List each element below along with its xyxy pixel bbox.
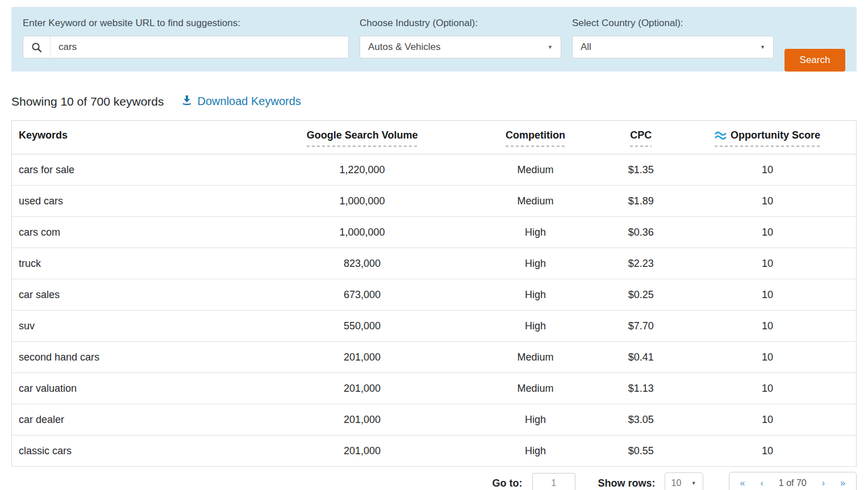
country-select-value: All xyxy=(581,41,591,53)
keywords-table: KeywordsGoogle Search VolumeCompetitionC… xyxy=(11,120,857,467)
competition-cell: Medium xyxy=(468,186,603,217)
keyword-cell[interactable]: cars for sale xyxy=(12,154,257,186)
download-keywords-link[interactable]: Download Keywords xyxy=(181,94,301,108)
show-rows-label: Show rows: xyxy=(598,478,656,489)
column-header-label: Google Search Volume xyxy=(307,128,418,147)
show-rows-value: 10 xyxy=(671,478,682,488)
search-panel: Enter Keyword or website URL to find sug… xyxy=(11,7,857,72)
column-header-label: Opportunity Score xyxy=(715,128,820,147)
competition-cell: High xyxy=(468,279,603,311)
chevron-down-icon: ▼ xyxy=(548,44,553,50)
table-row: car valuation201,000Medium$1.1310 xyxy=(12,373,857,404)
table-row: second hand cars201,000Medium$0.4110 xyxy=(12,342,857,373)
opportunity-score-cell: 10 xyxy=(679,279,856,311)
industry-label: Choose Industry (Optional): xyxy=(360,18,561,29)
table-header-row: KeywordsGoogle Search VolumeCompetitionC… xyxy=(12,121,857,154)
opportunity-score-cell: 10 xyxy=(679,435,856,467)
keyword-cell[interactable]: cars com xyxy=(12,217,257,248)
page-indicator: 1 of 70 xyxy=(779,478,807,488)
search-volume-cell: 201,000 xyxy=(257,373,468,404)
industry-select-value: Autos & Vehicles xyxy=(368,41,441,53)
keyword-cell[interactable]: car valuation xyxy=(12,373,257,404)
industry-field: Choose Industry (Optional): Autos & Vehi… xyxy=(360,18,561,72)
opportunity-score-cell: 10 xyxy=(679,217,856,248)
goto-label: Go to: xyxy=(493,478,523,489)
search-volume-cell: 823,000 xyxy=(257,248,468,279)
column-header-google-search-volume[interactable]: Google Search Volume xyxy=(257,121,468,154)
goto-page-input[interactable] xyxy=(532,473,575,490)
opportunity-score-cell: 10 xyxy=(679,404,856,435)
country-field: Select Country (Optional): All ▼ xyxy=(572,18,774,72)
column-header-keywords[interactable]: Keywords xyxy=(12,121,257,154)
last-page-button[interactable]: » xyxy=(840,478,845,488)
keyword-cell[interactable]: used cars xyxy=(12,186,257,217)
opportunity-score-cell: 10 xyxy=(679,311,856,342)
show-rows-select[interactable]: 10 ▼ xyxy=(665,472,703,490)
cpc-cell: $0.41 xyxy=(603,342,679,373)
column-header-label: CPC xyxy=(630,128,652,147)
search-icon xyxy=(23,36,51,58)
search-volume-cell: 1,000,000 xyxy=(257,217,468,248)
opportunity-score-cell: 10 xyxy=(679,186,856,217)
search-volume-cell: 673,000 xyxy=(257,279,468,311)
column-header-competition[interactable]: Competition xyxy=(468,121,603,154)
competition-cell: High xyxy=(468,248,603,279)
table-row: car sales673,000High$0.2510 xyxy=(12,279,857,311)
previous-page-button[interactable]: ‹ xyxy=(761,478,763,488)
cpc-cell: $1.13 xyxy=(603,373,679,404)
cpc-cell: $0.25 xyxy=(603,279,679,311)
cpc-cell: $7.70 xyxy=(603,311,679,342)
table-row: cars for sale1,220,000Medium$1.3510 xyxy=(12,154,857,186)
waves-icon xyxy=(715,131,727,140)
search-volume-cell: 201,000 xyxy=(257,404,468,435)
keyword-label: Enter Keyword or website URL to find sug… xyxy=(23,18,349,29)
competition-cell: Medium xyxy=(468,373,603,404)
table-row: cars com1,000,000High$0.3610 xyxy=(12,217,857,248)
keyword-input[interactable] xyxy=(51,36,348,58)
country-select[interactable]: All ▼ xyxy=(572,36,774,58)
column-header-label: Keywords xyxy=(19,128,68,147)
opportunity-score-cell: 10 xyxy=(679,342,856,373)
results-bar: Showing 10 of 700 keywords Download Keyw… xyxy=(11,94,857,108)
next-page-button[interactable]: › xyxy=(822,478,825,488)
pagination: « ‹ 1 of 70 › » xyxy=(729,472,857,490)
cpc-cell: $0.36 xyxy=(603,217,679,248)
competition-cell: High xyxy=(468,404,603,435)
table-row: used cars1,000,000Medium$1.8910 xyxy=(12,186,857,217)
opportunity-score-cell: 10 xyxy=(679,373,856,404)
column-header-label: Competition xyxy=(506,128,565,147)
country-label: Select Country (Optional): xyxy=(572,18,774,29)
keyword-cell[interactable]: car sales xyxy=(12,279,257,311)
competition-cell: Medium xyxy=(468,342,603,373)
column-header-cpc[interactable]: CPC xyxy=(603,121,679,154)
cpc-cell: $1.89 xyxy=(603,186,679,217)
table-row: classic cars201,000High$0.5510 xyxy=(12,435,857,467)
table-row: car dealer201,000High$3.0510 xyxy=(12,404,857,435)
keyword-cell[interactable]: car dealer xyxy=(12,404,257,435)
keyword-input-group xyxy=(23,36,349,58)
table-row: suv550,000High$7.7010 xyxy=(12,311,857,342)
first-page-button[interactable]: « xyxy=(740,478,745,488)
search-volume-cell: 1,000,000 xyxy=(257,186,468,217)
keyword-cell[interactable]: suv xyxy=(12,311,257,342)
keyword-cell[interactable]: truck xyxy=(12,248,257,279)
table-row: truck823,000High$2.2310 xyxy=(12,248,857,279)
search-volume-cell: 550,000 xyxy=(257,311,468,342)
keyword-cell[interactable]: classic cars xyxy=(12,435,257,467)
industry-select[interactable]: Autos & Vehicles ▼ xyxy=(360,36,561,58)
search-volume-cell: 201,000 xyxy=(257,435,468,467)
cpc-cell: $1.35 xyxy=(603,154,679,186)
search-volume-cell: 1,220,000 xyxy=(257,154,468,186)
table-footer: Go to: Show rows: 10 ▼ « ‹ 1 of 70 › » xyxy=(11,471,857,490)
chevron-down-icon: ▼ xyxy=(760,44,765,50)
competition-cell: High xyxy=(468,217,603,248)
search-button[interactable]: Search xyxy=(784,49,845,72)
competition-cell: Medium xyxy=(468,154,603,186)
keyword-field: Enter Keyword or website URL to find sug… xyxy=(23,18,349,72)
cpc-cell: $3.05 xyxy=(603,404,679,435)
download-link-label: Download Keywords xyxy=(198,95,301,108)
cpc-cell: $0.55 xyxy=(603,435,679,467)
keyword-cell[interactable]: second hand cars xyxy=(12,342,257,373)
column-header-opportunity-score[interactable]: Opportunity Score xyxy=(679,121,856,154)
competition-cell: High xyxy=(468,435,603,467)
